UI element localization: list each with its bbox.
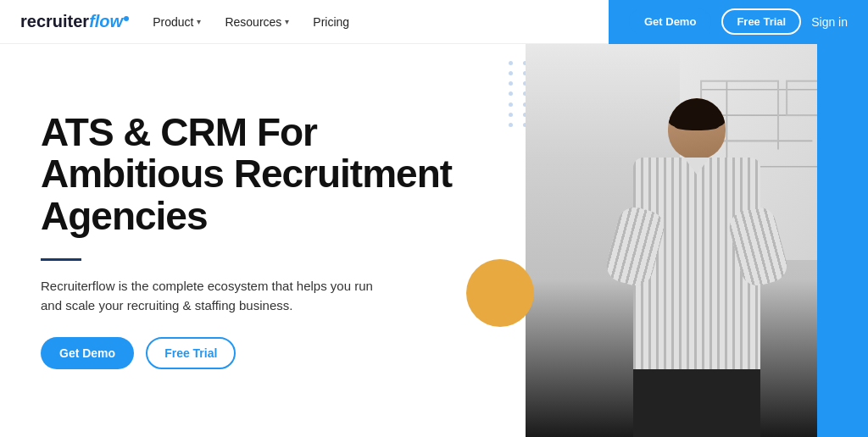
nav-resources-arrow: ▾: [285, 17, 289, 26]
hero-get-demo-button[interactable]: Get Demo: [41, 337, 134, 369]
person-head: [668, 98, 726, 159]
hero-cta-group: Get Demo Free Trial: [41, 337, 458, 369]
nav-resources[interactable]: Resources ▾: [225, 15, 289, 29]
logo-dot: [124, 16, 129, 21]
dot: [509, 113, 513, 117]
dot: [509, 91, 513, 96]
navbar: recruiterflow Product ▾ Resources ▾ Pric…: [0, 0, 868, 44]
hero-free-trial-button[interactable]: Free Trial: [146, 337, 236, 369]
nav-right: Get Demo Free Trial Sign in: [609, 0, 868, 44]
hero-title: ATS & CRM For Ambitious Recruitment Agen…: [41, 112, 458, 238]
nav-product[interactable]: Product ▾: [153, 15, 201, 29]
hero-section: ATS & CRM For Ambitious Recruitment Agen…: [0, 44, 868, 437]
nav-sign-in-button[interactable]: Sign in: [811, 15, 848, 29]
person-collar: [684, 158, 709, 174]
person-lower: [633, 369, 760, 437]
hero-description: Recruiterflow is the complete ecosystem …: [41, 276, 397, 316]
logo-text-flow: flow: [89, 12, 123, 31]
person-figure: [633, 98, 760, 437]
hero-content: ATS & CRM For Ambitious Recruitment Agen…: [0, 44, 492, 437]
hero-image-area: [492, 44, 868, 437]
nav-product-arrow: ▾: [197, 17, 201, 26]
dot: [509, 102, 513, 107]
orange-circle-decoration: [466, 259, 534, 327]
nav-pricing[interactable]: Pricing: [313, 15, 349, 29]
person-torso: [633, 158, 760, 369]
nav-resources-label: Resources: [225, 15, 281, 29]
dot: [509, 123, 513, 127]
nav-get-demo-button[interactable]: Get Demo: [629, 8, 711, 35]
logo[interactable]: recruiterflow: [20, 12, 129, 31]
nav-left: recruiterflow Product ▾ Resources ▾ Pric…: [20, 12, 349, 31]
hero-divider: [41, 258, 81, 261]
logo-text-recruiter: recruiter: [20, 12, 89, 31]
person-left-arm: [603, 203, 667, 289]
nav-pricing-label: Pricing: [313, 15, 349, 29]
nav-free-trial-button[interactable]: Free Trial: [721, 8, 801, 35]
dot: [509, 71, 513, 75]
dot: [509, 61, 513, 65]
dot: [509, 81, 513, 86]
nav-product-label: Product: [153, 15, 193, 29]
person-bangs: [675, 120, 719, 130]
blue-sidebar-decoration: [817, 44, 868, 437]
